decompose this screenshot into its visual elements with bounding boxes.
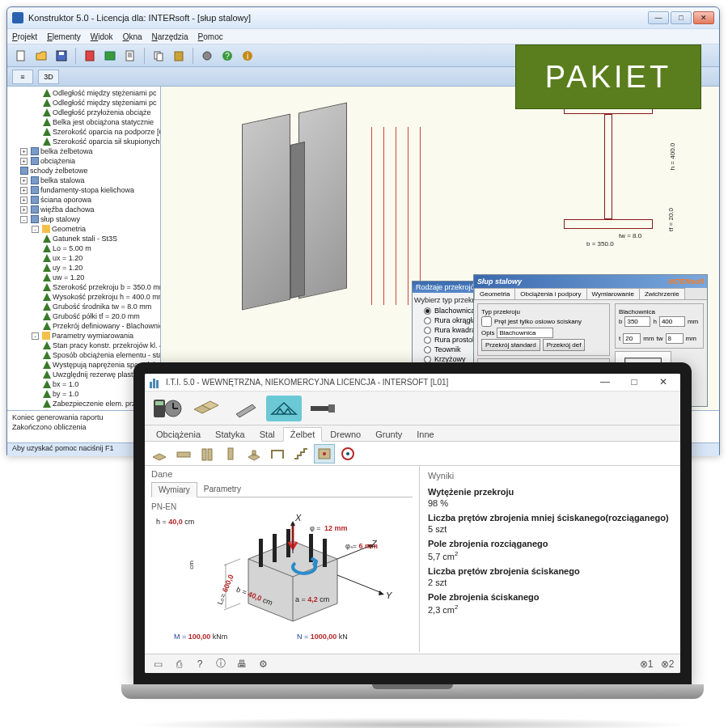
ptab-obciazenia[interactable]: Obciążenia i podpory: [514, 288, 586, 299]
new-doc-icon[interactable]: ▭: [151, 658, 164, 671]
paste-icon[interactable]: [170, 47, 188, 65]
tree-item[interactable]: +więźba dachowa: [9, 205, 159, 214]
tree-item[interactable]: Szerokość oparcia na podporze [60: [9, 127, 159, 137]
tree-item[interactable]: Przekrój definiowany - Blachownica: [9, 321, 159, 331]
sub-reinforcement-icon[interactable]: [337, 444, 358, 463]
iti-tab-żelbet[interactable]: Żelbet: [283, 427, 323, 442]
sub-section-icon[interactable]: [314, 444, 335, 463]
tree-item[interactable]: +belka żelbetowa: [9, 146, 159, 156]
save-icon[interactable]: [53, 47, 70, 65]
subtab-parametry[interactable]: Parametry: [197, 482, 248, 497]
blocks-tool-icon[interactable]: [188, 396, 224, 421]
tree-item[interactable]: -słup stalowy: [9, 214, 159, 224]
minimize-button[interactable]: —: [648, 11, 669, 24]
open-icon[interactable]: [32, 47, 50, 65]
wrench-tool-icon[interactable]: [305, 396, 341, 421]
tree-item[interactable]: Szerokość przekroju b = 350.0 mm: [9, 282, 159, 292]
maximize-button[interactable]: □: [671, 11, 692, 24]
target2-icon[interactable]: ⊗2: [661, 658, 674, 671]
menu-elementy[interactable]: Elementy: [47, 32, 81, 41]
view-3d-button[interactable]: 3D: [38, 70, 59, 84]
canvas-area[interactable]: Rodzaje przekrojów Wybierz typ przekroju…: [161, 87, 719, 410]
menu-pomoc[interactable]: Pomoc: [198, 32, 223, 41]
view-list-button[interactable]: ≡: [12, 70, 33, 84]
iti-maximize-button[interactable]: □: [622, 375, 646, 390]
report-icon[interactable]: [121, 47, 139, 65]
ptab-wymiar[interactable]: Wymiarowanie: [586, 288, 640, 299]
b-input[interactable]: [624, 316, 650, 327]
tree-item[interactable]: Odległość przyłożenia obciąże: [9, 108, 159, 117]
tree-item[interactable]: +fundamenty-stopa kielichowa: [9, 185, 159, 195]
calc-icon[interactable]: [81, 47, 99, 65]
tree-item[interactable]: schody żelbetowe: [9, 166, 159, 176]
menu-widok[interactable]: Widok: [91, 32, 113, 41]
copy-icon[interactable]: [150, 47, 167, 65]
pret-checkbox[interactable]: [481, 316, 492, 327]
opis-input[interactable]: [497, 328, 553, 338]
iti-minimize-button[interactable]: —: [593, 375, 617, 390]
settings-icon[interactable]: [198, 47, 216, 65]
przekroj-def-button[interactable]: Przekrój def: [543, 339, 586, 351]
truss-tool-icon[interactable]: [266, 396, 302, 421]
info-icon[interactable]: i: [239, 47, 256, 65]
tree-item[interactable]: Odległość między stężeniami pc: [9, 98, 159, 108]
tree-item[interactable]: Szerokość oparcia sił skupionych: [9, 137, 159, 146]
info-footer-icon[interactable]: ⓘ: [214, 658, 227, 671]
tree-item[interactable]: +ściana oporowa: [9, 195, 159, 205]
gear-icon[interactable]: ⚙: [256, 658, 269, 671]
przekroj-std-button[interactable]: Przekrój standard: [481, 339, 540, 351]
sub-column-icon[interactable]: [220, 444, 241, 463]
iti-tab-stal[interactable]: Stal: [253, 428, 281, 441]
sub-foot-icon[interactable]: [243, 444, 265, 463]
tree-item[interactable]: Grubość środnika tw = 8.0 mm: [9, 302, 159, 311]
h-input[interactable]: [659, 316, 685, 327]
tree-item[interactable]: +belka stalowa: [9, 176, 159, 185]
tree-item[interactable]: ux = 1.20: [9, 253, 159, 263]
run-icon[interactable]: [101, 47, 119, 65]
tree-item[interactable]: Gatunek stali - St3S: [9, 234, 159, 243]
menu-narzedzia[interactable]: Narzędzia: [152, 32, 188, 41]
menu-projekt[interactable]: Projekt: [12, 32, 37, 41]
tree-item[interactable]: -Parametry wymiarowania: [9, 331, 159, 341]
tree-item[interactable]: uw = 1.20: [9, 273, 159, 282]
panel-title[interactable]: Słup stalowy INTERsoft: [474, 275, 707, 288]
target1-icon[interactable]: ⊗1: [640, 658, 653, 671]
tree-item[interactable]: Belka jest obciążona statycznie: [9, 117, 159, 127]
iti-tab-drewno[interactable]: Drewno: [324, 428, 367, 441]
ptab-geometria[interactable]: Geometria: [474, 288, 515, 299]
calc-tool-icon[interactable]: [150, 396, 185, 421]
tw-input[interactable]: [666, 333, 684, 344]
close-button[interactable]: ✕: [693, 11, 714, 24]
tree-panel[interactable]: Odległość między stężeniami pcOdległość …: [7, 87, 161, 410]
tree-item[interactable]: Lo = 5.00 m: [9, 243, 159, 253]
new-icon[interactable]: [12, 47, 30, 65]
print-icon[interactable]: 🖶: [235, 658, 248, 671]
sub-beam-icon[interactable]: [150, 444, 171, 463]
tree-item[interactable]: uy = 1.20: [9, 263, 159, 273]
help-footer-icon[interactable]: ?: [193, 658, 206, 671]
save-doc-icon[interactable]: ⎙: [172, 658, 185, 671]
sub-slab-icon[interactable]: [173, 444, 194, 463]
tree-item[interactable]: -Geometria: [9, 224, 159, 234]
tree-item[interactable]: Stan pracy konstr. przekrojów kl. 4: [9, 341, 159, 350]
iti-close-button[interactable]: ✕: [651, 375, 675, 390]
sub-stairs-icon[interactable]: [290, 444, 311, 463]
ptab-zwichrz[interactable]: Zwichrzenie: [639, 288, 685, 299]
titlebar[interactable]: Konstruktor 5.0 - Licencja dla: INTERsof…: [7, 7, 719, 28]
iti-tab-obciążenia[interactable]: Obciążenia: [150, 428, 207, 441]
tree-item[interactable]: Wysokość przekroju h = 400.0 mm: [9, 292, 159, 302]
help-icon[interactable]: ?: [218, 47, 236, 65]
iti-tab-statyka[interactable]: Statyka: [209, 428, 252, 441]
trowel-tool-icon[interactable]: [227, 396, 263, 421]
t-input[interactable]: [623, 333, 641, 344]
iti-titlebar[interactable]: I.T.I. 5.0 - WEWNĘTRZNA, NIEKOMERCYJNA L…: [145, 374, 680, 392]
subtab-wymiary[interactable]: Wymiary: [151, 482, 197, 497]
tree-item[interactable]: Sposób obciążenia elementu - staty: [9, 350, 159, 360]
iti-tab-inne[interactable]: Inne: [410, 428, 440, 441]
tree-item[interactable]: +obciążenia: [9, 156, 159, 166]
iti-tab-grunty[interactable]: Grunty: [369, 428, 408, 441]
tree-item[interactable]: Odległość między stężeniami pc: [9, 88, 159, 98]
menu-okna[interactable]: Okna: [123, 32, 142, 41]
tree-item[interactable]: Grubość półki tf = 20.0 mm: [9, 311, 159, 321]
sub-wall-icon[interactable]: [197, 444, 218, 463]
